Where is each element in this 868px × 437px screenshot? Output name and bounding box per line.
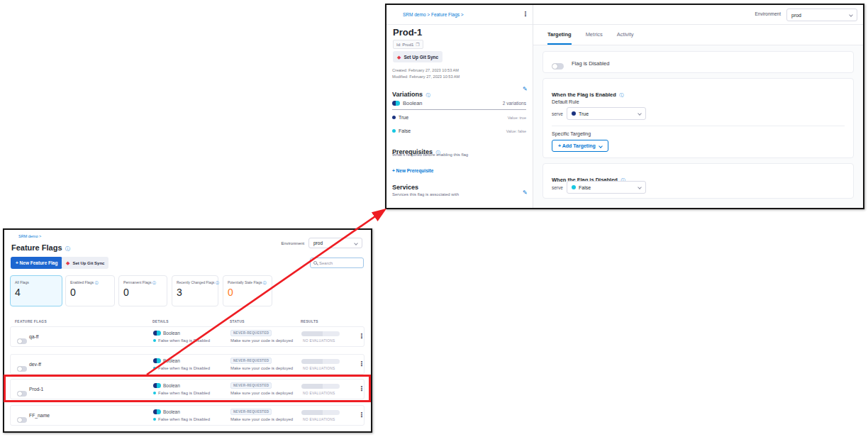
- status-text: Make sure your code is deployed: [230, 366, 293, 370]
- default-rule-label: Default Rule: [552, 99, 579, 104]
- column-header-details: DETAILS: [152, 320, 169, 323]
- info-icon: ⓘ: [65, 246, 70, 251]
- detail-breadcrumb-bar: SRM demo > Feature Flags > ⋮: [386, 5, 533, 25]
- info-icon: ⓘ: [152, 280, 156, 284]
- chevron-down-icon: [354, 241, 358, 245]
- flag-toggle[interactable]: [17, 338, 27, 344]
- variation-name: True: [399, 115, 408, 120]
- flag-detail-main: Environment prod Targeting Metrics Activ…: [533, 5, 863, 208]
- git-sync-button[interactable]: ◆ Set Up Git Sync: [62, 257, 108, 269]
- variation-value: Value: true: [508, 116, 526, 120]
- info-icon: ⓘ: [216, 280, 219, 284]
- stat-card-permanent-flags[interactable]: Permanent Flags ⓘ 0: [118, 275, 167, 306]
- page-title: Feature Flags ⓘ: [11, 240, 70, 253]
- kebab-menu-icon[interactable]: ⋮: [358, 411, 365, 419]
- tab-metrics[interactable]: Metrics: [586, 25, 603, 45]
- false-dot-icon: [153, 418, 156, 421]
- results-bar: [301, 359, 340, 364]
- new-prerequisite-link[interactable]: + New Prerequisite: [392, 168, 433, 173]
- flag-id-badge: Id: Prod1 ❐: [393, 40, 423, 49]
- flag-detail-sidebar: SRM demo > Feature Flags > ⋮ Prod-1 Id: …: [386, 5, 533, 208]
- git-sync-diamond-icon: ◆: [397, 55, 401, 60]
- environment-value: prod: [791, 13, 850, 18]
- boolean-variation-icon: [153, 409, 161, 414]
- git-sync-label: Set Up Git Sync: [404, 55, 438, 60]
- git-sync-label: Set Up Git Sync: [72, 261, 104, 265]
- serve-label: serve: [552, 185, 563, 190]
- environment-select[interactable]: prod: [786, 9, 857, 21]
- environment-value: prod: [313, 240, 355, 245]
- table-row[interactable]: FF_name Boolean False when flag is Disab…: [10, 405, 365, 426]
- environment-label: Environment: [755, 11, 781, 16]
- prerequisites-description: What's required before enabling this fla…: [392, 153, 523, 157]
- feature-flags-list-panel: SRM demo > Feature Flags ⓘ Environment p…: [3, 228, 372, 433]
- results-text: NO EVALUATIONS: [303, 339, 335, 343]
- table-row[interactable]: qa-ff Boolean False when flag is Disable…: [10, 326, 365, 347]
- kebab-menu-icon[interactable]: ⋮: [358, 333, 365, 340]
- serve-false-value: False: [579, 185, 591, 190]
- results-bar: [301, 410, 340, 415]
- git-sync-button[interactable]: ◆ Set Up Git Sync: [393, 51, 443, 62]
- variation-value: Value: false: [506, 129, 526, 133]
- edit-variations-icon[interactable]: ✎: [523, 86, 528, 92]
- search-icon: [313, 261, 317, 265]
- flag-state-label: Flag is Disabled: [572, 60, 609, 67]
- variation-true-row: True Value: true: [392, 115, 526, 120]
- breadcrumb[interactable]: SRM demo >: [18, 234, 41, 238]
- stat-card-recently-changed-flags[interactable]: Recently Changed Flags ⓘ 3: [172, 275, 218, 306]
- when-enabled-header: When the Flag is Enabled ⓘ: [552, 87, 623, 99]
- environment-select[interactable]: prod: [308, 238, 362, 248]
- new-feature-flag-button[interactable]: + New Feature Flag: [11, 257, 62, 269]
- flag-detail-panel: SRM demo > Feature Flags > ⋮ Prod-1 Id: …: [385, 4, 864, 209]
- false-dot-icon: [153, 367, 156, 370]
- variation-type-row: Boolean 2 variations: [392, 100, 526, 106]
- variation-name: False: [399, 128, 411, 133]
- stat-card-enabled-flags[interactable]: Enabled Flags ⓘ 0: [65, 275, 115, 306]
- environment-label: Environment: [281, 241, 304, 245]
- flag-toggle[interactable]: [17, 417, 27, 423]
- false-dot-icon: [153, 339, 156, 342]
- flag-enabled-toggle[interactable]: [552, 63, 564, 70]
- column-header-status: STATUS: [230, 320, 245, 323]
- tab-activity[interactable]: Activity: [617, 25, 634, 45]
- edit-services-icon[interactable]: ✎: [523, 189, 528, 196]
- info-icon: ⓘ: [95, 280, 99, 284]
- when-disabled-card: When the Flag is Disabled ⓘ serve False: [542, 163, 854, 199]
- table-row[interactable]: dev-ff Boolean False when flag is Disabl…: [10, 354, 365, 375]
- kebab-menu-icon[interactable]: ⋮: [522, 11, 529, 18]
- false-dot-icon: [572, 185, 576, 189]
- flag-toggle[interactable]: [17, 366, 27, 372]
- true-dot-icon: [572, 111, 576, 116]
- serve-false-select[interactable]: False: [567, 181, 646, 194]
- info-icon: ⓘ: [425, 93, 430, 97]
- flag-name: FF_name: [29, 413, 50, 418]
- flag-title: Prod-1: [393, 27, 422, 38]
- false-dot-icon: [392, 129, 396, 133]
- column-header-feature-flags: FEATURE FLAGS: [15, 320, 47, 323]
- created-timestamp: Created: February 27, 2023 10:53 AM: [392, 68, 459, 72]
- tab-targeting[interactable]: Targeting: [547, 25, 572, 45]
- serve-label: serve: [552, 111, 563, 116]
- breadcrumb[interactable]: SRM demo > Feature Flags >: [403, 12, 464, 17]
- search-input[interactable]: [319, 261, 360, 265]
- environment-bar: Environment prod: [533, 5, 863, 25]
- chevron-down-icon: [599, 144, 603, 148]
- chevron-down-icon: [849, 13, 853, 17]
- annotation-highlight-box: [4, 375, 371, 402]
- status-text: Make sure your code is deployed: [230, 417, 293, 421]
- add-targeting-button[interactable]: + Add Targeting: [552, 140, 608, 152]
- info-icon: ⓘ: [263, 280, 267, 284]
- results-bar: [301, 331, 340, 336]
- git-sync-diamond-icon: ◆: [66, 260, 69, 265]
- services-description: Services this flag is associated with: [392, 192, 499, 197]
- stat-card-potentially-stale-flags[interactable]: Potentially Stale Flags ⓘ 0: [223, 275, 272, 306]
- copy-icon[interactable]: ❐: [416, 42, 419, 47]
- kebab-menu-icon[interactable]: ⋮: [358, 360, 365, 367]
- flag-name: qa-ff: [29, 334, 38, 339]
- stat-card-all-flags[interactable]: All Flags 4: [10, 275, 62, 306]
- serve-true-select[interactable]: True: [567, 107, 646, 120]
- flag-name: dev-ff: [29, 362, 41, 367]
- boolean-variation-icon: [392, 101, 400, 106]
- detail-tabs: Targeting Metrics Activity: [533, 25, 863, 45]
- status-badge: NEVER-REQUESTED: [230, 409, 272, 415]
